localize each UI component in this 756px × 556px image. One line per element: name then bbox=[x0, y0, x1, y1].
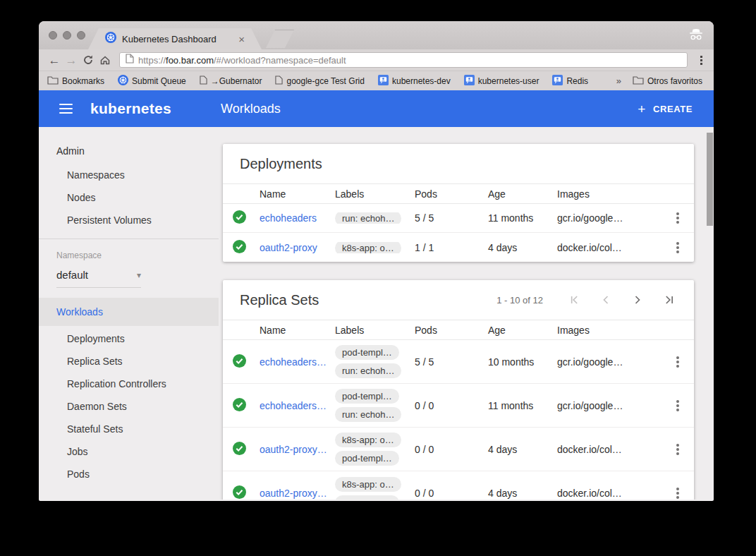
status-ok-icon bbox=[233, 485, 246, 500]
sidebar-item-replica-sets[interactable]: Replica Sets bbox=[39, 350, 219, 373]
kubernetes-logo: kubernetes bbox=[90, 100, 171, 117]
kebab-menu-icon[interactable] bbox=[673, 397, 683, 415]
folder-icon bbox=[633, 75, 644, 87]
card-title: Replica Sets bbox=[240, 292, 496, 308]
bookmark-label: Otros favoritos bbox=[647, 76, 702, 86]
column-images: Images bbox=[553, 188, 661, 200]
column-name: Name bbox=[255, 325, 331, 336]
resource-link[interactable]: oauth2-proxy… bbox=[255, 444, 331, 455]
table-header: Name Labels Pods Age Images bbox=[223, 320, 694, 340]
app-header: kubernetes Workloads + CREATE bbox=[39, 90, 714, 127]
bookmarks-overflow-icon[interactable]: » bbox=[616, 75, 621, 86]
new-tab-button[interactable] bbox=[266, 30, 294, 48]
hamburger-menu-icon[interactable] bbox=[56, 101, 75, 116]
close-window-icon[interactable] bbox=[49, 31, 57, 40]
bookmark-item[interactable]: Submit Queue bbox=[118, 75, 186, 87]
images-value: gcr.io/google… bbox=[553, 212, 661, 224]
chevron-down-icon: ▾ bbox=[137, 270, 141, 280]
bookmark-label: kubernetes-user bbox=[478, 76, 539, 86]
zoom-window-icon[interactable] bbox=[77, 31, 85, 40]
home-icon[interactable] bbox=[97, 54, 114, 66]
bookmark-label: google-gce Test Grid bbox=[286, 76, 365, 86]
create-label: CREATE bbox=[653, 104, 693, 114]
bookmarks-bar: Bookmarks Submit Queue →Gubernator googl… bbox=[39, 71, 714, 90]
close-tab-icon[interactable]: × bbox=[238, 33, 245, 45]
last-page-icon[interactable] bbox=[662, 292, 677, 308]
sidebar-item-persistent-volumes[interactable]: Persistent Volumes bbox=[39, 209, 219, 231]
sidebar-item-stateful-sets[interactable]: Stateful Sets bbox=[39, 418, 219, 440]
browser-tab[interactable]: Kubernetes Dashboard × bbox=[88, 28, 262, 49]
first-page-icon[interactable] bbox=[566, 292, 582, 308]
bookmark-item[interactable]: google-gce Test Grid bbox=[275, 75, 365, 87]
page-icon bbox=[200, 75, 207, 87]
plus-icon: + bbox=[638, 102, 646, 116]
label-chip: k8s-app: o… bbox=[335, 477, 401, 492]
pods-value: 0 / 0 bbox=[410, 488, 484, 499]
table-row: oauth2-proxy… k8s-app: o…pod-templ… 0 / … bbox=[223, 428, 694, 471]
column-labels: Labels bbox=[331, 188, 410, 200]
url-bar[interactable]: https://foo.bar.com/#/workload?namespace… bbox=[119, 52, 688, 68]
bookmark-label: kubernetes-dev bbox=[392, 76, 451, 86]
sidebar-item-deployments[interactable]: Deployments bbox=[39, 327, 219, 350]
resource-link[interactable]: echoheaders bbox=[255, 212, 331, 224]
card-title: Deployments bbox=[240, 156, 677, 172]
sidebar-item-daemon-sets[interactable]: Daemon Sets bbox=[39, 395, 219, 418]
label-chip: pod-templ… bbox=[335, 451, 399, 466]
url-scheme: https:// bbox=[138, 55, 166, 66]
sidebar-item-pods[interactable]: Pods bbox=[39, 463, 219, 485]
images-value: gcr.io/google… bbox=[553, 400, 661, 411]
kebab-menu-icon[interactable] bbox=[673, 209, 683, 227]
sidebar-item-jobs[interactable]: Jobs bbox=[39, 440, 219, 463]
age-value: 4 days bbox=[484, 242, 553, 253]
label-chip: run: echoh… bbox=[335, 407, 401, 422]
resource-link[interactable]: echoheaders… bbox=[255, 400, 331, 411]
kebab-menu-icon[interactable] bbox=[673, 238, 683, 257]
browser-menu-icon[interactable] bbox=[696, 53, 707, 68]
reload-icon[interactable] bbox=[80, 54, 97, 66]
age-value: 11 months bbox=[484, 212, 553, 224]
bookmark-item[interactable]: →Gubernator bbox=[200, 75, 262, 87]
sidebar-item-namespaces[interactable]: Namespaces bbox=[39, 164, 219, 186]
sidebar-item-workloads[interactable]: Workloads bbox=[39, 298, 219, 326]
table-row: oauth2-proxy k8s-app: o… 1 / 1 4 days do… bbox=[223, 233, 694, 262]
status-ok-icon bbox=[233, 354, 246, 370]
pods-value: 0 / 0 bbox=[410, 400, 484, 411]
images-value: docker.io/col… bbox=[553, 444, 661, 455]
pods-value: 5 / 5 bbox=[410, 356, 484, 368]
label-chip: k8s-app: o… bbox=[335, 433, 401, 447]
resource-link[interactable]: oauth2-proxy… bbox=[255, 488, 331, 499]
bookmark-item[interactable]: kubernetes-user bbox=[464, 75, 539, 87]
namespace-select[interactable]: default ▾ bbox=[56, 269, 141, 288]
window-controls[interactable] bbox=[49, 31, 85, 40]
create-button[interactable]: + CREATE bbox=[632, 98, 698, 120]
kubernetes-favicon-icon bbox=[118, 75, 128, 87]
kebab-menu-icon[interactable] bbox=[673, 353, 683, 371]
kubernetes-favicon-icon bbox=[105, 32, 116, 46]
kebab-menu-icon[interactable] bbox=[673, 484, 683, 500]
kebab-menu-icon[interactable] bbox=[673, 440, 683, 459]
resource-link[interactable]: oauth2-proxy bbox=[255, 242, 331, 253]
namespace-label: Namespace bbox=[39, 245, 219, 262]
next-page-icon[interactable] bbox=[630, 292, 645, 308]
images-value: gcr.io/google… bbox=[553, 356, 661, 368]
sidebar-item-replication-controllers[interactable]: Replication Controllers bbox=[39, 373, 219, 395]
bookmark-item[interactable]: Redis bbox=[552, 75, 588, 87]
namespace-value: default bbox=[56, 269, 88, 281]
sidebar-nav: Admin Namespaces Nodes Persistent Volume… bbox=[39, 127, 219, 500]
bookmark-label: Submit Queue bbox=[132, 76, 186, 86]
status-ok-icon bbox=[233, 442, 246, 457]
sidebar-item-nodes[interactable]: Nodes bbox=[39, 186, 219, 209]
bookmark-other-folder[interactable]: Otros favoritos bbox=[633, 75, 702, 87]
back-icon[interactable]: ← bbox=[46, 54, 63, 66]
minimize-window-icon[interactable] bbox=[63, 31, 71, 40]
sidebar-section-admin[interactable]: Admin bbox=[39, 138, 219, 164]
table-header: Name Labels Pods Age Images bbox=[223, 183, 694, 204]
page-icon bbox=[126, 54, 134, 66]
scrollbar-thumb[interactable] bbox=[707, 133, 713, 226]
browser-toolbar: ← → https://foo.bar.com/#/workload?names… bbox=[39, 49, 714, 71]
forward-icon[interactable]: → bbox=[63, 54, 80, 66]
previous-page-icon[interactable] bbox=[598, 292, 614, 308]
resource-link[interactable]: echoheaders… bbox=[255, 356, 331, 368]
bookmark-folder[interactable]: Bookmarks bbox=[47, 75, 104, 87]
bookmark-item[interactable]: kubernetes-dev bbox=[378, 75, 451, 87]
